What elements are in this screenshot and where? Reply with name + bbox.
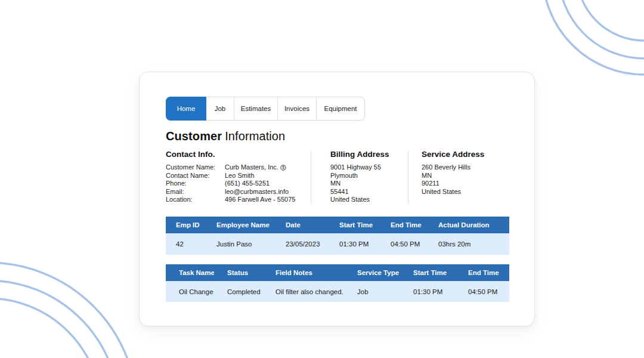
employee-table-row: 42 Justin Paso 23/05/2023 01:30 PM 04:50… <box>166 233 509 255</box>
employee-table-cell: 42 <box>166 233 206 255</box>
task-table-header-cell: Task Name <box>166 264 214 281</box>
service-address-column: Service Address 260 Beverly Hills MN 902… <box>422 150 484 196</box>
contact-value: (651) 455-5251 <box>225 180 295 188</box>
svg-text:$: $ <box>282 165 284 169</box>
address-line: 9001 Highway 55 <box>330 163 389 172</box>
task-table-cell: Oil Change <box>166 281 214 302</box>
task-table-header-cell: Service Type <box>344 264 400 281</box>
column-divider <box>311 151 311 203</box>
arcs-top-right <box>543 0 644 75</box>
contact-label: Phone: <box>166 180 225 188</box>
employee-table-header-cell: End Time <box>380 217 428 233</box>
task-table-cell: Oil filter also changed. <box>262 281 344 302</box>
task-table-header-cell: Field Notes <box>262 264 344 281</box>
contact-value: Curb Masters, Inc. <box>225 163 278 172</box>
employee-table-cell: 23/05/2023 <box>275 233 329 255</box>
employee-table-header-cell: Emp ID <box>166 217 206 233</box>
customer-info-section: Contact Info. Customer Name: Curb Master… <box>140 150 535 205</box>
tab-equipment[interactable]: Equipment <box>317 97 364 120</box>
task-table-header-cell: End Time <box>455 264 509 281</box>
employee-table-header-cell: Date <box>275 217 329 233</box>
task-table-cell: 01:30 PM <box>400 281 455 302</box>
employee-table-cell: 04:50 PM <box>380 233 428 255</box>
contact-info-heading: Contact Info. <box>166 150 295 159</box>
tab-invoices[interactable]: Invoices <box>278 97 317 120</box>
contact-value: leo@curbmasters.info <box>225 188 295 196</box>
page-title-bold: Customer <box>166 129 222 143</box>
task-table-cell: 04:50 PM <box>455 281 509 302</box>
task-table-header-cell: Start Time <box>400 264 455 281</box>
task-table-cell: Completed <box>214 281 262 302</box>
employee-table-cell: 01:30 PM <box>329 233 380 255</box>
tab-bar: Home Job Estimates Invoices Equipment <box>166 97 365 121</box>
address-line: MN <box>422 172 484 180</box>
contact-label: Contact Name: <box>166 172 225 180</box>
task-table-row: Oil Change Completed Oil filter also cha… <box>166 281 509 302</box>
page-title: CustomerInformation <box>166 129 285 143</box>
page-title-regular: Information <box>225 129 285 143</box>
arcs-bottom-left <box>0 263 137 358</box>
contact-label: Customer Name: <box>166 163 225 172</box>
contact-value: 496 Farwell Ave - 55075 <box>225 196 295 204</box>
task-table-cell: Job <box>344 281 400 302</box>
address-line: Plymouth <box>330 172 389 180</box>
employee-table-cell: 03hrs 20m <box>428 233 509 255</box>
tab-job[interactable]: Job <box>206 97 234 120</box>
address-line: 55441 <box>330 188 389 196</box>
tab-estimates[interactable]: Estimates <box>234 97 278 120</box>
task-table: Task Name Status Field Notes Service Typ… <box>166 264 509 302</box>
contact-row: Contact Name: Leo Smith <box>166 172 295 180</box>
dollar-circle-icon: $ <box>280 165 286 171</box>
address-line: 90211 <box>422 180 484 188</box>
service-address-heading: Service Address <box>422 150 484 159</box>
contact-info-column: Contact Info. Customer Name: Curb Master… <box>166 150 295 204</box>
contact-row: Email: leo@curbmasters.info <box>166 188 295 196</box>
employee-table-header-row: Emp ID Employee Name Date Start Time End… <box>166 217 509 233</box>
contact-label: Email: <box>166 188 225 196</box>
column-divider <box>408 151 408 203</box>
contact-row: Location: 496 Farwell Ave - 55075 <box>166 196 295 204</box>
task-table-header-cell: Status <box>214 264 262 281</box>
tab-home[interactable]: Home <box>166 97 206 121</box>
contact-row: Customer Name: Curb Masters, Inc. $ <box>166 163 295 172</box>
employee-table-header-cell: Employee Name <box>206 217 275 233</box>
task-table-header-row: Task Name Status Field Notes Service Typ… <box>166 264 509 281</box>
employee-table-header-cell: Start Time <box>329 217 380 233</box>
employee-table-header-cell: Actual Duration <box>428 217 509 233</box>
billing-address-column: Billing Address 9001 Highway 55 Plymouth… <box>330 150 389 204</box>
contact-row: Phone: (651) 455-5251 <box>166 180 295 188</box>
contact-label: Location: <box>166 196 225 204</box>
address-line: 260 Beverly Hills <box>422 163 484 172</box>
employee-table-cell: Justin Paso <box>206 233 275 255</box>
employee-table: Emp ID Employee Name Date Start Time End… <box>166 217 509 255</box>
address-line: United States <box>330 196 389 204</box>
billing-address-heading: Billing Address <box>330 150 389 159</box>
customer-information-card: Home Job Estimates Invoices Equipment Cu… <box>139 72 535 326</box>
address-line: MN <box>330 180 389 188</box>
contact-value: Leo Smith <box>225 172 295 180</box>
address-line: United States <box>422 188 484 196</box>
